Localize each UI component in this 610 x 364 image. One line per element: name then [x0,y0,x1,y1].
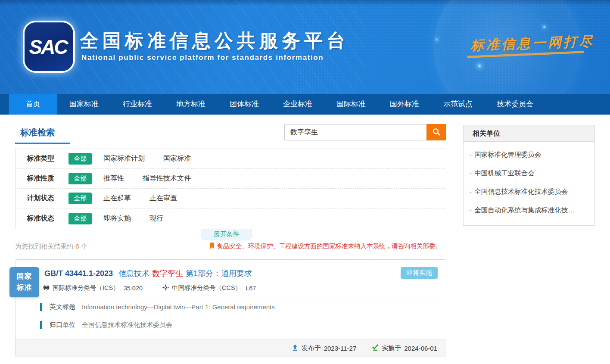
ics-label: 国际标准分类号（ICS） [53,284,119,292]
result-count-number: 6 [75,243,79,250]
nav-item-national-standards[interactable]: 国家标准 [57,94,111,115]
implemented-date-group: 实施于 2024-06-01 [372,344,437,352]
glow-dot [543,26,545,28]
nav-item-home[interactable]: 首页 [9,94,57,115]
search-icon [432,128,441,137]
filter-option[interactable]: 国家标准计划 [103,154,145,163]
notice-text: 食品安全、环境保护、工程建设方面的国家标准未纳入本系统，请咨询相关部委。 [217,242,442,250]
english-title-label: 英文标题 [50,303,75,311]
filter-panel: 标准类型 全部 国家标准计划 国家标准 标准性质 全部 推荐性 指导性技术文件 … [15,149,446,229]
filter-row-standard-nature: 标准性质 全部 推荐性 指导性技术文件 [17,169,445,189]
standard-result-card: 国家 标准 GB/T 43441.1-2023信息技术数字孪生第1部分：通用要求… [15,259,446,357]
filter-option[interactable]: 正在审查 [149,194,177,203]
standard-code: GB/T 43441.1-2023 [44,269,113,278]
search-box [284,124,446,140]
related-unit-item[interactable]: 中国机械工业联合会 [464,164,594,183]
related-unit-item[interactable]: 国家标准化管理委员会 [464,146,594,164]
english-title-row: 英文标题 Information technology—Digital twin… [40,303,275,311]
classification-meta: 国际标准分类号（ICS） 35.020 中国标准分类号（CCS） L67 [43,284,256,292]
result-count-suffix: 个 [81,243,87,250]
related-unit-item[interactable]: 全国信息技术标准化技术委员会 [464,183,594,201]
tab-standard-search[interactable]: 标准检索 [20,127,55,138]
site-header: SAC 全国标准信息公共服务平台 National public service… [0,0,610,94]
filter-all-badge[interactable]: 全部 [68,173,92,184]
type-badge-line1: 国家 [17,271,32,282]
ccs-value: L67 [246,285,256,292]
related-unit-item[interactable]: 全国自动化系统与集成标准化技… [464,201,594,220]
row-accent-bar [40,321,42,329]
filter-option[interactable]: 推荐性 [103,174,124,183]
nav-item-industry-standards[interactable]: 行业标准 [111,94,164,115]
implement-check-icon [372,344,379,352]
responsible-unit-row: 归口单位 全国信息技术标准化技术委员会 [40,321,172,329]
row-accent-bar [40,303,42,311]
filter-label: 标准类型 [27,154,68,163]
filter-label: 标准性质 [27,174,68,183]
sac-logo[interactable]: SAC [25,22,73,71]
search-button[interactable] [426,124,446,140]
filter-row-standard-type: 标准类型 全部 国家标准计划 国家标准 [17,149,445,169]
result-count-prefix: 为您找到相关结果约 [15,243,73,250]
related-units-list: 国家标准化管理委员会 中国机械工业联合会 全国信息技术标准化技术委员会 全国自动… [464,142,594,225]
bookmark-icon [210,243,215,250]
nav-item-group-standards[interactable]: 团体标准 [218,94,271,115]
ics-value: 35.020 [124,285,143,292]
site-title: 全国标准信息公共服务平台 [80,28,349,53]
globe-icon [43,284,50,292]
expand-conditions-button[interactable]: 展开条件 [201,229,252,240]
related-units-panel: 相关单位 国家标准化管理委员会 中国机械工业联合会 全国信息技术标准化技术委员会… [463,125,595,226]
english-title-value: Information technology—Digital twin—Part… [82,303,275,311]
publish-upload-icon [292,344,299,352]
published-label: 发布于 [302,344,321,352]
filter-option[interactable]: 现行 [149,214,163,223]
nav-item-technical-committee[interactable]: 技术委员会 [485,94,545,115]
responsible-unit-value: 全国信息技术标准化技术委员会 [82,321,172,329]
result-count: 为您找到相关结果约6个 [15,243,87,251]
filter-option[interactable]: 即将实施 [103,214,131,223]
title-highlight-keyword: 数字孪生 [152,269,183,278]
filter-option[interactable]: 指导性技术文件 [143,174,191,183]
filter-label: 计划状态 [27,194,68,203]
nav-item-foreign-standards[interactable]: 国外标准 [378,94,431,115]
implemented-label: 实施于 [382,344,401,352]
filter-option[interactable]: 正在起草 [103,194,131,203]
implemented-date: 2024-06-01 [404,345,437,352]
filter-row-plan-status: 计划状态 全部 正在起草 正在审查 [17,189,445,208]
nav-item-international-standards[interactable]: 国际标准 [324,94,378,115]
nav-item-enterprise-standards[interactable]: 企业标准 [271,94,324,115]
status-badge: 即将实施 [401,267,438,279]
filter-all-badge[interactable]: 全部 [68,193,92,204]
tab-active-underline [15,143,70,144]
filter-all-badge[interactable]: 全部 [68,213,92,224]
filter-row-standard-status: 标准状态 全部 即将实施 现行 [17,208,445,228]
main-nav: 首页 国家标准 行业标准 地方标准 团体标准 企业标准 国际标准 国外标准 示范… [0,94,610,115]
standard-title-link[interactable]: GB/T 43441.1-2023信息技术数字孪生第1部分：通用要求 [44,268,252,279]
title-suffix: 第1部分：通用要求 [186,269,252,278]
glow-dot [436,39,438,40]
published-date: 2023-11-27 [324,345,357,352]
card-divider [44,298,438,298]
standard-type-badge: 国家 标准 [9,267,39,297]
related-units-title: 相关单位 [464,125,594,142]
card-footer: 发布于 2023-11-27 实施于 2024-06-01 [16,339,446,357]
nav-item-pilot[interactable]: 示范试点 [431,94,485,115]
page: SAC 全国标准信息公共服务平台 National public service… [0,0,610,364]
type-badge-line2: 标准 [17,282,32,293]
search-input[interactable] [284,124,426,140]
compass-icon [162,284,169,292]
ccs-label: 中国标准分类号（CCS） [172,284,241,292]
glow-dot [478,65,481,67]
filter-all-badge[interactable]: 全部 [68,153,92,165]
title-prefix: 信息技术 [118,269,149,278]
site-subtitle: National public service platform for sta… [81,53,324,62]
published-date-group: 发布于 2023-11-27 [292,344,357,352]
nav-item-local-standards[interactable]: 地方标准 [164,94,218,115]
filter-label: 标准状态 [27,214,68,223]
sac-logo-text: SAC [29,35,68,59]
system-notice: 食品安全、环境保护、工程建设方面的国家标准未纳入本系统，请咨询相关部委。 [210,242,442,250]
filter-option[interactable]: 国家标准 [163,154,191,163]
responsible-unit-label: 归口单位 [50,321,75,329]
